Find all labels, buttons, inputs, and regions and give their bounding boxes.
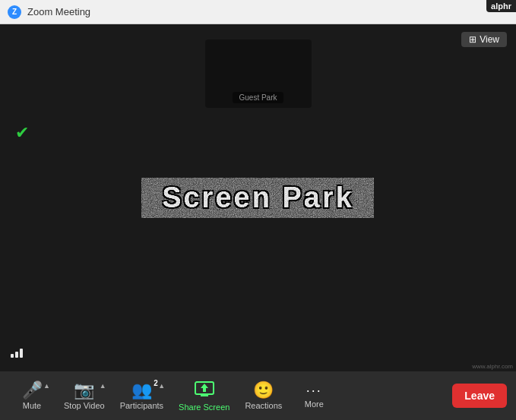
alphr-badge: alphr: [486, 0, 516, 12]
stop-video-icon: 📷: [74, 382, 94, 399]
reactions-label: Reactions: [245, 401, 282, 410]
participant-video: Guest Park: [205, 39, 312, 108]
svg-marker-3: [201, 384, 208, 392]
reactions-button[interactable]: 🙂 Reactions: [239, 379, 288, 413]
mute-button[interactable]: ▲ 🎤 Mute: [9, 379, 55, 413]
signal-bar-2: [15, 352, 18, 358]
mute-icon: 🎤: [22, 382, 43, 399]
participants-label: Participants: [120, 401, 163, 410]
participants-caret[interactable]: ▲: [158, 382, 165, 390]
view-icon: ⊞: [469, 34, 476, 45]
participants-icon: 👥: [131, 381, 152, 399]
participants-icon-wrapper: 👥 2: [131, 382, 152, 399]
view-button[interactable]: ⊞ View: [461, 32, 507, 47]
view-label: View: [480, 34, 499, 45]
window-title: Zoom Meeting: [27, 6, 508, 17]
more-button[interactable]: ··· More: [291, 381, 337, 412]
stop-video-label: Stop Video: [64, 401, 105, 410]
stop-video-caret[interactable]: ▲: [100, 382, 106, 390]
meeting-area: ⊞ View Guest Park ✔ Screen Park www.: [0, 24, 516, 371]
leave-button[interactable]: Leave: [452, 384, 507, 408]
watermark: www.alphr.com: [472, 363, 513, 370]
signal-bar-3: [20, 349, 23, 358]
toolbar: ▲ 🎤 Mute ▲ 📷 Stop Video ▲ 👥 2 Participan…: [0, 371, 516, 420]
share-screen-button[interactable]: Share Screen: [173, 377, 236, 415]
participant-name: Guest Park: [233, 92, 283, 103]
zoom-logo: Z: [8, 5, 21, 19]
mute-label: Mute: [23, 401, 41, 410]
center-content-area: Screen Park: [129, 164, 388, 232]
toolbar-items: ▲ 🎤 Mute ▲ 📷 Stop Video ▲ 👥 2 Participan…: [9, 377, 446, 415]
reactions-icon: 🙂: [253, 382, 274, 399]
more-label: More: [305, 399, 324, 409]
share-screen-icon: [195, 381, 214, 400]
share-screen-label: Share Screen: [179, 403, 230, 412]
shield-icon: ✔: [15, 123, 29, 143]
mute-caret[interactable]: ▲: [43, 382, 50, 390]
participants-badge: 2: [154, 379, 158, 387]
stop-video-button[interactable]: ▲ 📷 Stop Video: [58, 379, 111, 413]
signal-bars: [11, 349, 23, 358]
zoom-logo-letter: Z: [12, 8, 17, 16]
share-screen-svg: [195, 381, 214, 397]
meeting-center-text: Screen Park: [162, 182, 354, 214]
signal-bar-1: [11, 354, 14, 358]
title-bar: Z Zoom Meeting alphr: [0, 0, 516, 24]
participants-button[interactable]: ▲ 👥 2 Participants: [114, 379, 169, 413]
more-icon: ···: [306, 384, 322, 397]
